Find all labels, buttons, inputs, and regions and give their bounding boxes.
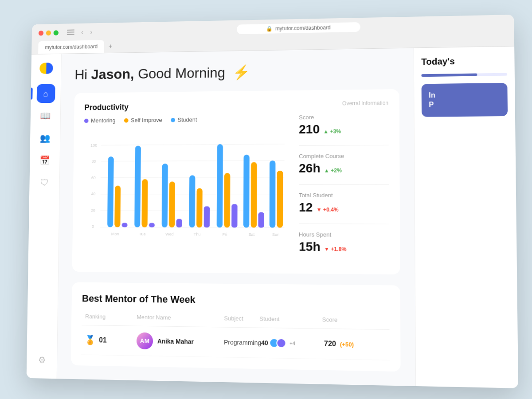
- sidebar-item-shield[interactable]: 🛡: [35, 173, 54, 192]
- stat-student-change: ▼ +0.4%: [317, 207, 339, 213]
- todays-label: Today's: [421, 55, 507, 67]
- self-improve-dot: [124, 118, 129, 122]
- chart-title: Productivity: [84, 101, 288, 112]
- col-student: Student: [259, 315, 322, 323]
- traffic-lights: [39, 30, 59, 35]
- svg-text:Sun: Sun: [272, 232, 280, 237]
- mentor-section-title: Best Mentor of The Week: [82, 293, 390, 308]
- mentor-name: Anika Mahar: [157, 337, 194, 345]
- sidebar-item-calendar[interactable]: 📅: [35, 151, 54, 170]
- score-gain: (+50): [340, 341, 354, 348]
- users-icon: 👥: [40, 133, 51, 143]
- rank-medal-icon: 🏅: [85, 335, 95, 345]
- svg-rect-25: [196, 188, 203, 227]
- col-score: Score: [322, 316, 386, 324]
- close-button[interactable]: [39, 31, 43, 36]
- student-cell: 40 +4: [261, 338, 324, 349]
- app-body: ⌂ 📖 👥 📅 🛡 ⚙ Hi Jason: [27, 47, 518, 388]
- minimize-button[interactable]: [46, 31, 51, 36]
- chart-area: Productivity Mentoring Self Improve: [82, 101, 288, 263]
- stats-panel: Overral Information Score 210 ▲ +3% Comp…: [299, 100, 389, 263]
- main-content: Hi Jason, Good Morning ⚡ Productivity Me…: [57, 48, 416, 386]
- svg-rect-21: [169, 182, 175, 227]
- col-ranking: Ranking: [85, 313, 137, 320]
- svg-rect-18: [149, 223, 155, 227]
- mentor-table: Ranking Mentor Name Subject Student Scor…: [81, 313, 389, 360]
- stat-course-label: Complete Course: [299, 153, 389, 160]
- svg-text:60: 60: [91, 176, 96, 180]
- stat-student-label: Total Student: [299, 192, 389, 199]
- svg-rect-34: [258, 212, 264, 228]
- chart-svg: 100 80 60 40 20 0: [82, 129, 288, 253]
- new-tab-button[interactable]: +: [106, 40, 115, 53]
- subject-cell: Programming: [224, 339, 261, 347]
- maximize-button[interactable]: [54, 30, 59, 35]
- svg-text:Sat: Sat: [248, 232, 254, 237]
- url-text: mytutor.com/dashboard: [275, 24, 331, 31]
- mentor-section: Best Mentor of The Week Ranking Mentor N…: [71, 282, 401, 372]
- score-value: 720: [324, 340, 336, 348]
- greeting-emoji: ⚡: [233, 64, 250, 80]
- svg-text:100: 100: [90, 143, 97, 148]
- legend-mentoring: Mentoring: [84, 117, 116, 124]
- sidebar-item-users[interactable]: 👥: [36, 129, 55, 148]
- self-improve-label: Self Improve: [131, 117, 162, 123]
- stat-student-value: 12: [299, 200, 313, 215]
- browser-window: ‹ › 🔒 mytutor.com/dashboard mytutor.com/…: [27, 15, 518, 388]
- calendar-icon: 📅: [39, 155, 50, 165]
- svg-rect-37: [277, 171, 283, 228]
- lock-icon: 🔒: [266, 26, 273, 32]
- book-icon: 📖: [40, 110, 51, 121]
- sidebar-item-books[interactable]: 📖: [36, 106, 55, 125]
- stat-total-student: Total Student 12 ▼ +0.4%: [299, 192, 389, 215]
- greeting-prefix: Hi: [74, 67, 91, 82]
- sidebar: ⌂ 📖 👥 📅 🛡 ⚙: [27, 54, 62, 379]
- legend-student: Student: [171, 116, 197, 123]
- student-label: Student: [178, 116, 197, 123]
- rank-cell: 🏅 01: [85, 335, 137, 346]
- stat-score: Score 210 ▲ +3%: [299, 113, 388, 137]
- svg-text:Thu: Thu: [194, 232, 201, 236]
- mentor-name-cell: AM Anika Mahar: [137, 332, 224, 351]
- greeting-suffix: Good Morning: [134, 65, 225, 82]
- chart-legend: Mentoring Self Improve Student: [84, 116, 288, 124]
- tab-label: mytutor.com/dashboard: [45, 43, 98, 51]
- svg-text:Tue: Tue: [139, 232, 145, 236]
- svg-rect-28: [217, 144, 223, 227]
- back-button[interactable]: ‹: [79, 28, 85, 36]
- nav-buttons: ‹ ›: [79, 28, 94, 36]
- progress-bar-fill: [421, 74, 477, 77]
- svg-text:0: 0: [92, 224, 94, 229]
- browser-tab[interactable]: mytutor.com/dashboard: [38, 40, 104, 54]
- legend-self-improve: Self Improve: [124, 117, 162, 123]
- svg-text:Fri: Fri: [223, 232, 227, 237]
- svg-rect-29: [224, 173, 230, 227]
- home-icon: ⌂: [43, 89, 48, 98]
- sidebar-toggle-icon[interactable]: [67, 30, 74, 36]
- table-row: 🏅 01 AM Anika Mahar Programming: [81, 325, 389, 360]
- stat-course-value: 26h: [299, 161, 321, 176]
- student-avatars: [272, 338, 286, 348]
- stat-hours-change: ▼ +1.8%: [324, 246, 346, 252]
- svg-rect-30: [231, 204, 238, 227]
- svg-text:40: 40: [91, 192, 95, 196]
- stat-hours-spent: Hours Spent 15h ▼ +1.8%: [299, 231, 389, 254]
- highlight-card-title: InP: [429, 90, 500, 110]
- settings-icon: ⚙: [38, 355, 46, 365]
- shield-icon: 🛡: [40, 178, 49, 188]
- stat-score-value: 210: [299, 122, 320, 137]
- productivity-chart: 100 80 60 40 20 0: [82, 129, 288, 253]
- svg-rect-17: [141, 179, 148, 227]
- svg-text:Mon: Mon: [111, 232, 119, 236]
- score-cell: 720 (+50): [324, 340, 388, 349]
- highlight-card[interactable]: InP: [422, 83, 508, 117]
- stat-course-change: ▲ +2%: [324, 168, 342, 174]
- svg-rect-24: [189, 175, 195, 227]
- mentor-avatar: AM: [137, 332, 153, 350]
- stat-complete-course: Complete Course 26h ▲ +2%: [299, 153, 389, 176]
- sidebar-item-home[interactable]: ⌂: [36, 84, 55, 103]
- sidebar-item-settings[interactable]: ⚙: [32, 350, 51, 370]
- rank-number: 01: [99, 336, 106, 344]
- forward-button[interactable]: ›: [88, 28, 94, 36]
- svg-rect-33: [251, 162, 257, 228]
